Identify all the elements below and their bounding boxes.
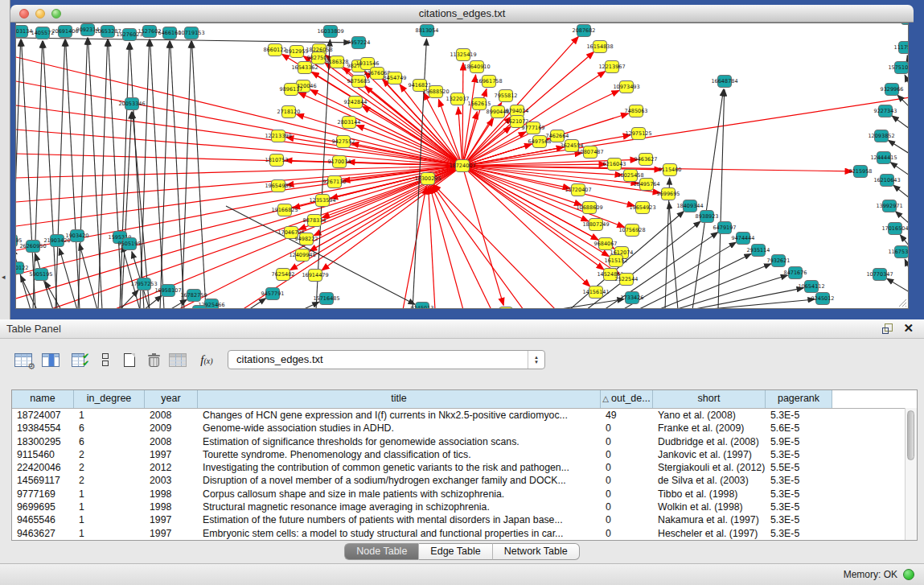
graph-node-label: 9463627	[634, 156, 658, 163]
graph-node-label: 9875685	[347, 78, 371, 84]
table-row[interactable]: 1872400712008Changes of HCN gene express…	[12, 409, 917, 422]
select-rows-icon[interactable]: ✔✔	[66, 348, 90, 372]
graph-node-label: 2303134	[16, 28, 32, 35]
graph-node-label: 16914479	[302, 272, 328, 278]
network-canvas[interactable]: 2303134140557220691406909231410653287152…	[15, 23, 909, 309]
graph-node-label: 10973493	[613, 84, 639, 90]
column-header-pagerank[interactable]: pagerank	[766, 390, 832, 408]
check-icon: ✔✔	[83, 352, 89, 367]
graph-node-label: 26260950	[19, 243, 46, 249]
graph-node-label: 12353594	[309, 197, 335, 204]
table-scrollbar[interactable]	[905, 408, 917, 540]
graph-node-label: 9457791	[261, 290, 285, 297]
graph-node-label: 2935114	[747, 247, 770, 253]
graph-node-label: 18300295	[414, 175, 441, 182]
graph-node-label: 9242844	[344, 99, 368, 105]
table-row[interactable]: 946362711997Embryonic stem cells: a mode…	[12, 527, 917, 540]
column-stack-icon[interactable]	[93, 348, 117, 372]
node-table: namein_degreeyeartitle△out_de...shortpag…	[11, 389, 918, 541]
graph-node-label: 18640910	[463, 64, 490, 70]
graph-node-label: 2522544	[615, 276, 639, 282]
tab-network-table[interactable]: Network Table	[493, 543, 580, 560]
table-panel: Table Panel ✕ ⚙ ✔✔	[0, 319, 924, 585]
column-header-year[interactable]: year	[145, 390, 198, 408]
column-header-short[interactable]: short	[653, 390, 766, 408]
graph-node-label: 16648784	[711, 78, 737, 84]
graph-node-label: 10654112	[798, 283, 824, 290]
graph-node-label: 9474444	[732, 235, 755, 241]
graph-node-label: 13992971	[876, 203, 902, 209]
graph-node-label: 19166825	[271, 207, 298, 213]
graph-node-label: 16958107	[154, 287, 181, 294]
graph-node-label: 7957224	[347, 39, 371, 46]
table-row[interactable]: 969969511998Structural magnetic resonanc…	[12, 501, 917, 513]
table-row[interactable]: 946554611997Estimation of the future num…	[12, 513, 917, 526]
graph-node-label: 9416821	[409, 82, 432, 89]
scrollbar-thumb[interactable]	[907, 410, 914, 460]
tab-node-table[interactable]: Node Table	[344, 543, 419, 560]
graph-node-label: 9505195	[118, 241, 142, 247]
graph-node-label: 9170034	[328, 159, 351, 165]
resize-grip-icon[interactable]	[897, 298, 907, 307]
delete-column-icon[interactable]	[142, 348, 166, 372]
cytoscape-app: ◂ citations_edges.txt 230313414055722069…	[0, 0, 924, 585]
tab-edge-table[interactable]: Edge Table	[419, 543, 492, 560]
graph-node-label: 6497568	[528, 138, 552, 145]
graph-node-label: 2803144	[338, 119, 361, 126]
graph-node-label: 12213399	[265, 133, 291, 139]
column-header-title[interactable]: title	[198, 390, 601, 408]
graph-node-label: 1903420	[66, 233, 89, 239]
table-row[interactable]: 911546021997Tourette syndrome. Phenomeno…	[12, 448, 917, 461]
graph-node-label: 12444415	[870, 154, 897, 161]
sort-ascending-icon: △	[602, 394, 609, 403]
graph-node-label: 7485063	[625, 108, 648, 114]
graph-node-label: 9427552	[332, 138, 355, 145]
table-header-row: namein_degreeyeartitle△out_de...shortpag…	[12, 390, 917, 409]
graph-node-label: 7624652	[188, 308, 211, 309]
graph-node-label: 9115460	[659, 167, 682, 173]
graph-node[interactable]	[193, 306, 207, 310]
table-row[interactable]: 2242004622012Investigating the contribut…	[12, 461, 917, 474]
memory-status-icon[interactable]	[903, 569, 914, 580]
delete-table-icon[interactable]	[166, 348, 190, 372]
graph-node-label: 10807487	[577, 149, 603, 155]
graph-node[interactable]	[499, 307, 513, 310]
graph-node-label: 17957253	[130, 281, 157, 287]
table-row[interactable]: 1830029562008Estimation of significance …	[12, 435, 917, 448]
table-mode-icon[interactable]: ⚙	[11, 348, 35, 372]
graph-node-label: 15720407	[565, 187, 591, 193]
network-window-titlebar[interactable]: citations_edges.txt	[10, 5, 914, 23]
graph-node-label: 9699695	[657, 191, 680, 197]
graph-node-label: 16154838	[586, 43, 613, 50]
float-panel-icon[interactable]	[882, 323, 893, 334]
show-columns-icon[interactable]	[39, 348, 63, 372]
table-row[interactable]: 977716911998Corpus callosum shape and si…	[12, 488, 917, 501]
table-row[interactable]: 1456911722003Disruption of a novel membe…	[12, 474, 917, 487]
column-header-name[interactable]: name	[12, 390, 74, 408]
function-builder-icon[interactable]: f(x)	[195, 348, 219, 372]
table-row[interactable]: 1938455462009Genome-wide association stu…	[12, 422, 917, 435]
citation-network-graph[interactable]: 2303134140557220691406909231410653287152…	[16, 23, 909, 309]
collapse-arrow-icon[interactable]: ◂	[2, 274, 6, 281]
table-source-select[interactable]: citations_edges.txt ▲▼	[228, 350, 545, 369]
graph-node-label: 5905195	[30, 271, 53, 278]
graph-node-label: 16033809	[317, 28, 343, 35]
graph-node-label: 9896137	[280, 86, 303, 93]
graph-node-label: 9227343	[874, 108, 897, 114]
graph-node[interactable]	[901, 23, 910, 25]
table-source-value: citations_edges.txt	[236, 353, 323, 365]
graph-node-label: 11675315	[888, 249, 909, 255]
close-panel-icon[interactable]: ✕	[903, 321, 914, 336]
graph-node-label: 15688520	[422, 89, 449, 95]
graph-node-label: 1322037	[446, 96, 470, 102]
graph-node-label: 11325419	[450, 51, 476, 58]
gear-icon: ⚙	[27, 362, 35, 371]
select-stepper-icon: ▲▼	[528, 351, 544, 369]
column-header-in_degree[interactable]: in_degree	[74, 390, 145, 408]
control-panel-edge[interactable]: ◂	[0, 0, 10, 319]
graph-node-label: 16210643	[873, 177, 900, 183]
graph-node-label: 16782759	[180, 292, 207, 299]
new-column-icon[interactable]	[117, 348, 142, 372]
column-header-out_de[interactable]: △out_de...	[601, 390, 653, 408]
table-toolbar: ⚙ ✔✔ f(x) citations	[0, 340, 924, 389]
